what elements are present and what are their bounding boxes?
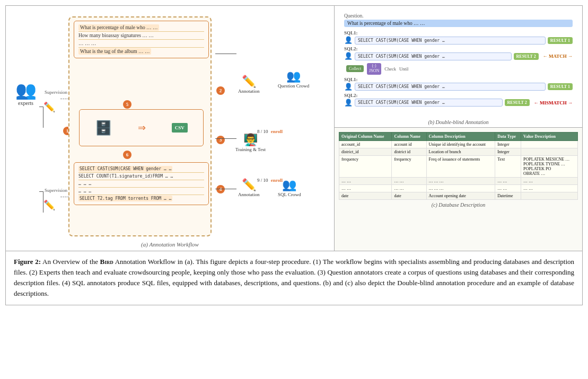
diagram-area: 👥 experts 1 Supervision Supervision ✏️ ✏… [6,6,582,251]
sql-item-2: SELECT COUNT(T1.signature_id)FROM … … [78,173,204,180]
right-panel: Question. What is percentage of male who… [335,6,582,251]
step2-badge: 2 [216,86,225,95]
sql-item-4: … … … [78,188,204,195]
person-icon-2b: 👤 [344,99,353,107]
q-item-3: … … … [78,40,204,48]
q-item-4: What is the tag of the album … … [78,48,204,55]
csv-box: CSV [172,123,188,133]
q-highlight-4: What is the tag of the album … … [78,48,151,55]
cell-4-1: … … [392,185,426,192]
cell-0-0: account_id [339,141,392,148]
question-crowd-label: Question Crowd [278,83,309,89]
step6-badge: 6 [123,151,131,159]
sql2-label-b: SQL2: [344,93,573,98]
caption-text-intro: An Overview of the [42,258,100,266]
left-panel-title: (a) Annotation Workflow [10,241,330,248]
cell-1-3: Integer [495,148,521,156]
sql2-result-row-a: 👤 SELECT CAST(SUM(CASE WHEN gender … RES… [344,52,573,60]
annotation-pencil-bot: ✏️ [43,199,55,211]
right-top-content: Question. What is percentage of male who… [340,10,577,112]
collect-until-row: Collect {:}JSON Check Until [346,63,573,75]
q-highlight-1: What is percentage of male who … … [78,24,159,31]
question-label: Question. [344,13,573,19]
arrow-right-icon: ⇒ [138,122,146,134]
question-crowd-area: 👥 Question Crowd [278,69,309,89]
cell-3-0: … … [339,178,392,185]
col-header-4: Value Description [521,133,578,141]
arrow-to-training [215,138,236,139]
result2-badge-b: RESULT 2 [505,99,530,106]
left-panel: 👥 experts 1 Supervision Supervision ✏️ ✏… [6,6,335,251]
table-row: account_id account id Unique id identify… [339,141,578,148]
annotation-bot-icon: ✏️ [238,178,260,192]
workflow-wrapper: 👥 experts 1 Supervision Supervision ✏️ ✏… [10,11,330,239]
collect-button[interactable]: Collect [346,65,364,72]
double-blind-section: Question. What is percentage of male who… [335,6,582,128]
sql-crowd-label: SQL Crowd [278,192,301,197]
training-test-label: Training & Test [235,147,266,152]
col-header-3: Data Type [495,133,521,141]
sql-item-3: … … … [78,180,204,188]
table-row: … … … … … … … … … … … [339,185,578,192]
annotation-bot-label: Annotation [238,192,260,197]
sql1-code-b: SELECT CAST(SUM(CASE WHEN gender … [355,83,546,91]
arrow-experts-top [39,107,43,128]
person-icon-2a: 👤 [344,52,353,60]
col-header-1: Column Name [392,133,426,141]
sql2-label-a: SQL2: [344,46,573,51]
db-desc-section: Original Column Name Column Name Column … [335,128,582,251]
step4-badge: 4 [216,185,225,193]
q-item-1: What is percentage of male who … … [78,24,204,32]
col-header-0: Original Column Name [339,133,392,141]
cell-0-4 [521,141,578,148]
sql-crowd-icon: 👥 [278,178,301,192]
dashed-arr-bot [60,197,69,197]
sql1-code-a: SELECT CAST(SUM(CASE WHEN gender … [355,37,546,45]
supervision-bot-label: Supervision [45,188,67,193]
cell-1-4 [521,148,578,156]
question-text-box: What is percentage of male who … … [344,20,573,27]
dashed-arr-top [60,99,69,99]
mismatch-label: ← MISMATCH → [534,100,573,105]
sql-crowd-area: 👥 SQL Crowd [278,178,301,197]
caption-area: Figure 2: An Overview of the Bird Annota… [6,251,582,305]
result2-badge-a: RESULT 2 [514,53,539,60]
step5-badge: 5 [123,100,131,109]
cell-0-2: Unique id identifying the account [426,141,495,148]
main-container: 👥 experts 1 Supervision Supervision ✏️ ✏… [5,5,583,305]
cell-2-0: frequency [339,156,392,178]
cell-2-3: Text [495,156,521,178]
experts-icon: 👥 [11,80,40,100]
arrow-to-qcrowd [215,54,236,54]
cell-5-0: date [339,192,392,200]
figure-label: Figure 2: [14,258,41,266]
cell-3-3: … … [495,178,521,185]
cell-5-1: date [392,192,426,200]
result1-badge-b: RESULT 1 [548,83,573,90]
annotation-top-icon: ✏️ [238,75,260,89]
cell-4-0: … … [339,185,392,192]
enroll1-label: enroll [271,129,283,134]
cell-4-4: … … [521,185,578,192]
cell-2-1: frequency [392,156,426,178]
json-badge: {:}JSON [367,63,381,75]
db-desc-title: (c) Database Description [339,202,578,208]
cell-4-3: … … [495,185,521,192]
cell-2-2: Freq of issuance of statements [426,156,495,178]
cell-1-0: district_id [339,148,392,156]
person-icon-1b: 👤 [344,83,353,91]
experts-label: experts [11,100,40,106]
experts-area: 👥 experts [11,80,40,106]
table-row: frequency frequency Freq of issuance of … [339,156,578,178]
training-test-icon: 👨‍🏫 [235,133,266,147]
question-crowd-icon: 👥 [278,69,309,83]
match-label: ← MATCH → [543,54,573,59]
q-item-2: How many bioassay signatures … … [78,32,204,40]
db-area: 🗄️ ⇒ CSV [79,109,204,146]
annotation-bot-area: ✏️ Annotation [238,178,260,197]
sql1-label-a: SQL1: [344,30,573,36]
training-test-area: 👨‍🏫 Training & Test [235,133,266,152]
cell-5-4 [521,192,578,200]
annotation-pencil-top: ✏️ [43,101,55,113]
table-row: … … … … … … … … … … … [339,178,578,185]
